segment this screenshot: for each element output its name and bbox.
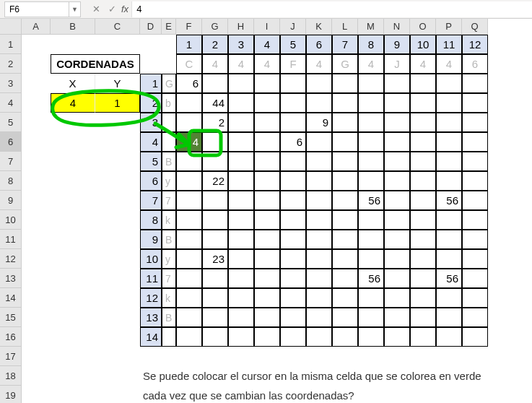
data-cell-r6-c10[interactable] bbox=[410, 171, 436, 191]
data-cell-r1-c4[interactable] bbox=[254, 74, 280, 93]
data-cell-r13-c10[interactable] bbox=[410, 308, 436, 327]
row-header-7[interactable]: 7 bbox=[0, 152, 22, 171]
col-header-B[interactable]: B bbox=[51, 19, 95, 35]
col-header-P[interactable]: P bbox=[436, 19, 462, 35]
data-cell-r7-c8[interactable]: 56 bbox=[358, 191, 384, 210]
data-cell-r12-c6[interactable] bbox=[306, 288, 332, 308]
data-cell-r1-c8[interactable] bbox=[358, 74, 384, 93]
data-cell-r5-c9[interactable] bbox=[384, 152, 410, 171]
data-cell-r11-c1[interactable] bbox=[176, 269, 202, 288]
question-line1[interactable]: Se puede colocar el cursor en la misma c… bbox=[140, 366, 515, 386]
row-header-3[interactable]: 3 bbox=[0, 74, 22, 93]
data-cell-r13-c7[interactable] bbox=[332, 308, 358, 327]
row-header-12[interactable]: 12 bbox=[0, 249, 22, 269]
data-cell-r11-c5[interactable] bbox=[280, 269, 306, 288]
grid-col-num-1[interactable]: 1 bbox=[176, 35, 202, 54]
y-label[interactable]: Y bbox=[95, 74, 140, 93]
data-cell-r11-c7[interactable] bbox=[332, 269, 358, 288]
col-header-A[interactable]: A bbox=[22, 19, 51, 35]
data-cell-r9-c10[interactable] bbox=[410, 230, 436, 249]
row-header-19[interactable]: 19 bbox=[0, 386, 22, 403]
col-header-K[interactable]: K bbox=[306, 19, 332, 35]
data-cell-r11-c11[interactable]: 56 bbox=[436, 269, 462, 288]
data-cell-r6-c3[interactable] bbox=[228, 171, 254, 191]
data-cell-r6-c1[interactable] bbox=[176, 171, 202, 191]
col-header-I[interactable]: I bbox=[254, 19, 280, 35]
grid-row-faded-8[interactable]: k bbox=[162, 210, 176, 230]
data-cell-r1-c5[interactable] bbox=[280, 74, 306, 93]
data-cell-r10-c8[interactable] bbox=[358, 249, 384, 269]
grid-col-num-12[interactable]: 12 bbox=[462, 35, 488, 54]
data-cell-r7-c6[interactable] bbox=[306, 191, 332, 210]
grid-col-num-11[interactable]: 11 bbox=[436, 35, 462, 54]
data-cell-r14-c12[interactable] bbox=[462, 327, 488, 347]
grid-row-num-7[interactable]: 7 bbox=[140, 191, 162, 210]
data-cell-r1-c11[interactable] bbox=[436, 74, 462, 93]
data-cell-r5-c8[interactable] bbox=[358, 152, 384, 171]
data-cell-r14-c11[interactable] bbox=[436, 327, 462, 347]
data-cell-r10-c6[interactable] bbox=[306, 249, 332, 269]
grid-row-faded-4[interactable] bbox=[162, 132, 176, 152]
data-cell-r7-c7[interactable] bbox=[332, 191, 358, 210]
data-cell-r13-c3[interactable] bbox=[228, 308, 254, 327]
data-cell-r10-c12[interactable] bbox=[462, 249, 488, 269]
data-cell-r13-c5[interactable] bbox=[280, 308, 306, 327]
col-header-H[interactable]: H bbox=[228, 19, 254, 35]
data-cell-r1-c6[interactable] bbox=[306, 74, 332, 93]
data-cell-r3-c2[interactable]: 2 bbox=[202, 113, 228, 132]
data-cell-r12-c11[interactable] bbox=[436, 288, 462, 308]
row-header-16[interactable]: 16 bbox=[0, 327, 22, 347]
data-cell-r8-c12[interactable] bbox=[462, 210, 488, 230]
col-header-Q[interactable]: Q bbox=[462, 19, 488, 35]
data-cell-r11-c6[interactable] bbox=[306, 269, 332, 288]
data-cell-r14-c10[interactable] bbox=[410, 327, 436, 347]
data-cell-r14-c8[interactable] bbox=[358, 327, 384, 347]
data-cell-r2-c3[interactable] bbox=[228, 93, 254, 113]
data-cell-r4-c10[interactable] bbox=[410, 132, 436, 152]
data-cell-r10-c9[interactable] bbox=[384, 249, 410, 269]
data-cell-r13-c9[interactable] bbox=[384, 308, 410, 327]
data-cell-r6-c9[interactable] bbox=[384, 171, 410, 191]
grid-row-num-13[interactable]: 13 bbox=[140, 308, 162, 327]
data-cell-r4-c6[interactable] bbox=[306, 132, 332, 152]
data-cell-r9-c3[interactable] bbox=[228, 230, 254, 249]
data-cell-r4-c11[interactable] bbox=[436, 132, 462, 152]
col-header-L[interactable]: L bbox=[332, 19, 358, 35]
data-cell-r12-c12[interactable] bbox=[462, 288, 488, 308]
row-header-9[interactable]: 9 bbox=[0, 191, 22, 210]
cordenadas-title[interactable]: CORDENADAS bbox=[51, 54, 140, 74]
data-cell-r11-c3[interactable] bbox=[228, 269, 254, 288]
row-header-4[interactable]: 4 bbox=[0, 93, 22, 113]
data-cell-r11-c4[interactable] bbox=[254, 269, 280, 288]
coord-x[interactable]: 4 bbox=[51, 93, 95, 113]
col-header-J[interactable]: J bbox=[280, 19, 306, 35]
row-header-8[interactable]: 8 bbox=[0, 171, 22, 191]
grid-col-faded-11[interactable]: 4 bbox=[436, 54, 462, 74]
data-cell-r8-c11[interactable] bbox=[436, 210, 462, 230]
data-cell-r6-c8[interactable] bbox=[358, 171, 384, 191]
data-cell-r5-c11[interactable] bbox=[436, 152, 462, 171]
grid-col-num-6[interactable]: 6 bbox=[306, 35, 332, 54]
data-cell-r7-c10[interactable] bbox=[410, 191, 436, 210]
data-cell-r9-c11[interactable] bbox=[436, 230, 462, 249]
grid-col-num-8[interactable]: 8 bbox=[358, 35, 384, 54]
data-cell-r1-c12[interactable] bbox=[462, 74, 488, 93]
data-cell-r11-c8[interactable]: 56 bbox=[358, 269, 384, 288]
data-cell-r12-c4[interactable] bbox=[254, 288, 280, 308]
data-cell-r12-c10[interactable] bbox=[410, 288, 436, 308]
row-header-6[interactable]: 6 bbox=[0, 132, 22, 152]
grid-col-num-10[interactable]: 10 bbox=[410, 35, 436, 54]
data-cell-r8-c9[interactable] bbox=[384, 210, 410, 230]
data-cell-r5-c12[interactable] bbox=[462, 152, 488, 171]
row-header-10[interactable]: 10 bbox=[0, 210, 22, 230]
col-header-M[interactable]: M bbox=[358, 19, 384, 35]
data-cell-r3-c10[interactable] bbox=[410, 113, 436, 132]
data-cell-r4-c12[interactable] bbox=[462, 132, 488, 152]
grid-row-num-11[interactable]: 11 bbox=[140, 269, 162, 288]
data-cell-r9-c8[interactable] bbox=[358, 230, 384, 249]
data-cell-r2-c7[interactable] bbox=[332, 93, 358, 113]
data-cell-r14-c3[interactable] bbox=[228, 327, 254, 347]
row-header-13[interactable]: 13 bbox=[0, 269, 22, 288]
col-header-E[interactable]: E bbox=[162, 19, 176, 35]
grid-row-faded-14[interactable] bbox=[162, 327, 176, 347]
